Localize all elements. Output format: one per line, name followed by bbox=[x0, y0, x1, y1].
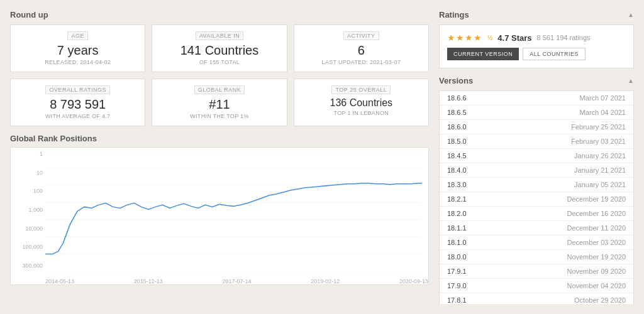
version-row[interactable]: 18.6.0February 25 2021 bbox=[440, 120, 633, 134]
version-number: 18.1.0 bbox=[447, 239, 467, 246]
chart-x-labels: 2014-05-13 2015-12-13 2017-07-14 2019-02… bbox=[45, 278, 428, 284]
version-date: December 19 2020 bbox=[567, 195, 626, 203]
stat-activity: ACTIVITY 6 LAST UPDATED: 2021-03-07 bbox=[294, 24, 429, 72]
version-number: 18.6.0 bbox=[447, 123, 467, 131]
stats-row-2: OVERALL RATINGS 8 793 591 WITH AVERAGE O… bbox=[10, 78, 429, 126]
rank-chart-svg bbox=[45, 151, 422, 272]
version-row[interactable]: 17.9.1November 09 2020 bbox=[440, 264, 633, 279]
stat-top25-value: 136 Countries bbox=[330, 97, 393, 109]
version-row[interactable]: 17.8.1October 29 2020 bbox=[440, 293, 633, 304]
version-number: 17.8.1 bbox=[447, 296, 467, 304]
stat-global-rank: GLOBAL RANK #11 WITHIN THE TOP 1% bbox=[152, 78, 287, 126]
rating-buttons: CURRENT VERSION ALL COUNTRIES bbox=[447, 48, 626, 60]
y-label-1: 1 bbox=[11, 151, 45, 157]
stat-top25: TOP 25 OVERALL 136 Countries TOP 1 IN LE… bbox=[294, 78, 429, 126]
x-label-4: 2019-02-12 bbox=[311, 278, 340, 284]
ratings-content: ★★★★½ 4.7 Stars 8 561 194 ratings CURREN… bbox=[439, 24, 634, 68]
version-date: March 04 2021 bbox=[580, 109, 626, 116]
all-countries-button[interactable]: ALL COUNTRIES bbox=[523, 48, 586, 60]
roundup-title: Round up bbox=[10, 10, 48, 19]
version-row[interactable]: 18.2.1December 19 2020 bbox=[440, 192, 633, 207]
stat-activity-sub: LAST UPDATED: 2021-03-07 bbox=[322, 59, 401, 65]
version-number: 18.2.0 bbox=[447, 210, 467, 217]
half-star-icon: ½ bbox=[487, 35, 492, 41]
version-row[interactable]: 18.0.0November 19 2020 bbox=[440, 250, 633, 264]
y-label-7: 300,000 bbox=[11, 263, 45, 269]
versions-chevron-icon: ▲ bbox=[628, 77, 634, 84]
stat-overall-ratings-sub: WITH AVERAGE OF 4.7 bbox=[45, 113, 111, 119]
version-date: January 05 2021 bbox=[574, 181, 626, 188]
stat-activity-label: ACTIVITY bbox=[343, 31, 379, 40]
y-label-2: 10 bbox=[11, 170, 45, 176]
current-version-button[interactable]: CURRENT VERSION bbox=[447, 48, 519, 60]
stat-age-value: 7 years bbox=[57, 43, 99, 58]
stat-global-rank-sub: WITHIN THE TOP 1% bbox=[190, 113, 248, 119]
version-date: December 16 2020 bbox=[567, 210, 626, 217]
version-date: November 19 2020 bbox=[567, 253, 626, 261]
stat-available-sub: OF 155 TOTAL bbox=[199, 59, 240, 65]
version-date: December 03 2020 bbox=[567, 239, 626, 246]
stat-available-value: 141 Countries bbox=[180, 43, 259, 58]
version-date: January 21 2021 bbox=[574, 166, 626, 174]
stats-row-1: AGE 7 years RELEASED: 2014-04-02 AVAILAB… bbox=[10, 24, 429, 72]
x-label-1: 2014-05-13 bbox=[45, 278, 74, 284]
version-number: 18.3.0 bbox=[447, 181, 467, 188]
version-number: 18.5.0 bbox=[447, 138, 467, 145]
version-date: March 07 2021 bbox=[580, 94, 626, 102]
version-row[interactable]: 18.3.0January 05 2021 bbox=[440, 178, 633, 192]
version-date: November 04 2020 bbox=[567, 282, 626, 290]
version-row[interactable]: 18.6.6March 07 2021 bbox=[440, 91, 633, 106]
version-date: February 03 2021 bbox=[571, 138, 626, 145]
version-number: 17.9.1 bbox=[447, 268, 467, 275]
version-row[interactable]: 18.5.0February 03 2021 bbox=[440, 134, 633, 149]
version-number: 18.6.6 bbox=[447, 94, 467, 102]
stars-icon: ★★★★ bbox=[447, 33, 482, 43]
stat-available-label: AVAILABLE IN bbox=[196, 31, 244, 40]
chart-container: 1 10 100 1,000 10,000 100,000 300,000 bbox=[10, 147, 429, 285]
version-row[interactable]: 18.2.0December 16 2020 bbox=[440, 207, 633, 221]
version-date: November 09 2020 bbox=[567, 268, 626, 275]
ratings-title: Ratings bbox=[439, 10, 469, 19]
stat-global-rank-value: #11 bbox=[209, 97, 230, 112]
versions-panel: Versions ▲ 18.6.6March 07 202118.6.5Marc… bbox=[439, 76, 634, 304]
y-label-6: 100,000 bbox=[11, 244, 45, 250]
versions-list: 18.6.6March 07 202118.6.5March 04 202118… bbox=[439, 90, 634, 304]
stat-overall-ratings-label: OVERALL RATINGS bbox=[45, 85, 110, 94]
version-row[interactable]: 18.6.5March 04 2021 bbox=[440, 106, 633, 120]
ratings-panel: Ratings ▲ ★★★★½ 4.7 Stars 8 561 194 rati… bbox=[439, 10, 634, 68]
stat-global-rank-label: GLOBAL RANK bbox=[194, 85, 245, 94]
stat-top25-sub: TOP 1 IN LEBANON bbox=[334, 110, 389, 116]
version-row[interactable]: 18.1.1December 11 2020 bbox=[440, 221, 633, 236]
stat-overall-ratings-value: 8 793 591 bbox=[50, 97, 106, 112]
y-label-3: 100 bbox=[11, 188, 45, 194]
version-row[interactable]: 18.1.0December 03 2020 bbox=[440, 236, 633, 250]
version-number: 18.2.1 bbox=[447, 195, 467, 203]
rating-count: 8 561 194 ratings bbox=[537, 34, 591, 41]
x-label-2: 2015-12-13 bbox=[134, 278, 163, 284]
version-date: December 11 2020 bbox=[567, 224, 626, 232]
version-row[interactable]: 17.9.0November 04 2020 bbox=[440, 279, 633, 293]
stars-row: ★★★★½ 4.7 Stars 8 561 194 ratings bbox=[447, 33, 626, 43]
stat-age-sub: RELEASED: 2014-04-02 bbox=[45, 59, 111, 65]
stat-age-label: AGE bbox=[67, 31, 88, 40]
version-number: 18.4.0 bbox=[447, 166, 467, 174]
version-number: 18.1.1 bbox=[447, 224, 467, 232]
y-label-4: 1,000 bbox=[11, 207, 45, 213]
version-number: 17.9.0 bbox=[447, 282, 467, 290]
version-date: October 29 2020 bbox=[574, 296, 626, 304]
x-label-3: 2017-07-14 bbox=[222, 278, 251, 284]
roundup-section: Round up AGE 7 years RELEASED: 2014-04-0… bbox=[10, 10, 429, 126]
chart-title: Global Rank Positions bbox=[10, 134, 429, 143]
version-row[interactable]: 18.4.0January 21 2021 bbox=[440, 163, 633, 178]
stat-top25-label: TOP 25 OVERALL bbox=[331, 85, 391, 94]
stat-activity-value: 6 bbox=[358, 43, 365, 58]
version-number: 18.0.0 bbox=[447, 253, 467, 261]
stat-available: AVAILABLE IN 141 Countries OF 155 TOTAL bbox=[152, 24, 287, 72]
version-date: January 26 2021 bbox=[574, 152, 626, 160]
versions-title: Versions bbox=[439, 76, 473, 85]
ratings-chevron-icon: ▲ bbox=[628, 11, 634, 18]
stat-age: AGE 7 years RELEASED: 2014-04-02 bbox=[10, 24, 145, 72]
version-row[interactable]: 18.4.5January 26 2021 bbox=[440, 149, 633, 163]
stat-overall-ratings: OVERALL RATINGS 8 793 591 WITH AVERAGE O… bbox=[10, 78, 145, 126]
chart-section: Global Rank Positions 1 10 100 1,000 10,… bbox=[10, 134, 429, 304]
